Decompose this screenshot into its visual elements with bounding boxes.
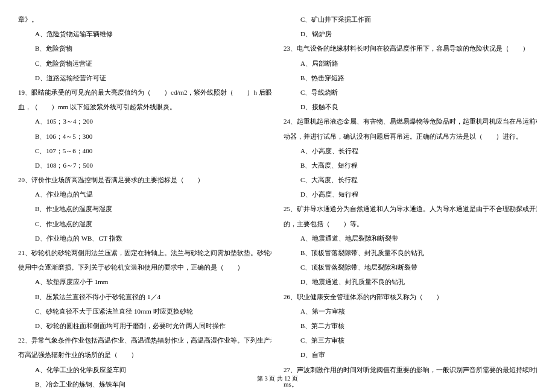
answer-option: A、地震通道、地层裂隙和断裂带 xyxy=(284,231,537,245)
right-column: C、矿山井下采掘工作面D、锅炉房23、电气设备的绝缘材料长时间在较高温度作用下，… xyxy=(278,12,537,344)
question-line: 23、电气设备的绝缘材料长时间在较高温度作用下，容易导致的危险状况是（ ） xyxy=(284,41,537,55)
answer-option: C、第三方审核 xyxy=(284,333,537,347)
answer-option: D、小高度、短行程 xyxy=(284,187,537,201)
answer-option: A、作业地点的气温 xyxy=(18,187,271,201)
answer-option: D、作业地点的 WB、GT 指数 xyxy=(18,231,271,245)
answer-option: D、自审 xyxy=(284,347,537,362)
answer-option: D、锅炉房 xyxy=(284,27,537,41)
answer-option: C、砂轮直径不大于压紧法兰直径 10rnm 时应更换砂轮 xyxy=(18,304,271,318)
question-line: 19、眼睛能承受的可见光的最大亮度值约为（ ）cd/m2，紫外线照射（ ）h 后… xyxy=(18,85,271,100)
question-line: 22、异常气象条件作业包括高温作业、高温强热辐射作业，高温高湿作业等。下列生产场… xyxy=(18,333,271,347)
answer-option: D、108；6～7；500 xyxy=(18,158,271,172)
answer-option: C、作业地点的湿度 xyxy=(18,217,271,231)
answer-option: B、热击穿短路 xyxy=(284,71,537,85)
answer-option: B、作业地点的温度与湿度 xyxy=(18,201,271,216)
answer-option: C、大高度、长行程 xyxy=(284,172,537,187)
answer-option: D、地震通道、封孔质量不良的钻孔 xyxy=(284,274,537,289)
answer-option: D、砂轮的圆柱面和侧面均可用于磨削，必要时允许两人同时操作 xyxy=(18,318,271,333)
answer-option: B、第二方审核 xyxy=(284,318,537,333)
answer-option: D、道路运输经营许可证 xyxy=(18,71,271,85)
question-line: 有高温强热辐射作业的场所的是（ ） xyxy=(18,347,271,362)
answer-option: A、小高度、长行程 xyxy=(284,144,537,158)
answer-option: A、105；3～4；200 xyxy=(18,114,271,128)
question-line: 章》。 xyxy=(18,12,271,27)
answer-option: A、软垫厚度应小于 1mm xyxy=(18,274,271,289)
answer-option: A、第一方审核 xyxy=(284,304,537,318)
answer-option: C、危险货物运营证 xyxy=(18,56,271,71)
answer-option: B、危险货物 xyxy=(18,41,271,55)
answer-option: A、局部断路 xyxy=(284,56,537,71)
answer-option: A、危险货物运输车辆维修 xyxy=(18,27,271,41)
page-footer: 第 3 页 共 12 页 xyxy=(0,375,555,383)
question-line: 动器，并进行试吊，确认没有问题后再吊运。正确的试吊方法是以（ ）进行。 xyxy=(284,129,537,144)
question-line: 血，（ ）mm 以下短波紫外线可引起紫外线眼炎。 xyxy=(18,100,271,114)
answer-option: C、顶板冒落裂隙带、地层裂隙和断裂带 xyxy=(284,260,537,274)
question-line: 26、职业健康安全管理体系的内部审核又称为（ ） xyxy=(284,289,537,304)
question-line: 的，主要包括（ ）等。 xyxy=(284,217,537,231)
question-line: 25、矿井导水通道分为自然通道和人为导水通道。人为导水通道是由于不合理勘探或开采… xyxy=(284,201,537,216)
answer-option: D、接触不良 xyxy=(284,100,537,114)
answer-option: B、压紧法兰直径不得小于砂轮直径的 1／4 xyxy=(18,289,271,304)
answer-option: B、106；4～5；300 xyxy=(18,129,271,144)
question-line: 20、评价作业场所高温控制是否满足要求的主要指标是（ ） xyxy=(18,172,271,187)
answer-option: C、矿山井下采掘工作面 xyxy=(284,12,537,27)
answer-option: B、顶板冒落裂隙带、封孔质量不良的钻孔 xyxy=(284,245,537,260)
answer-option: C、导线烧断 xyxy=(284,85,537,100)
left-column: 章》。A、危险货物运输车辆维修B、危险货物C、危险货物运营证D、道路运输经营许可… xyxy=(18,12,278,344)
answer-option: C、107；5～6；400 xyxy=(18,144,271,158)
question-line: 24、起重机起吊液态金属、有害物、易燃易爆物等危险品时，起重机司机应当在吊运前检… xyxy=(284,114,537,128)
question-line: 21、砂轮机的砂轮两侧用法兰压紧，固定在转轴上。法兰与砂轮之间需加垫软垫。砂轮柱… xyxy=(18,245,271,260)
answer-option: B、大高度、短行程 xyxy=(284,158,537,172)
question-line: 使用中会逐渐磨损。下列关于砂轮机安装和使用的要求中，正确的是（ ） xyxy=(18,260,271,274)
